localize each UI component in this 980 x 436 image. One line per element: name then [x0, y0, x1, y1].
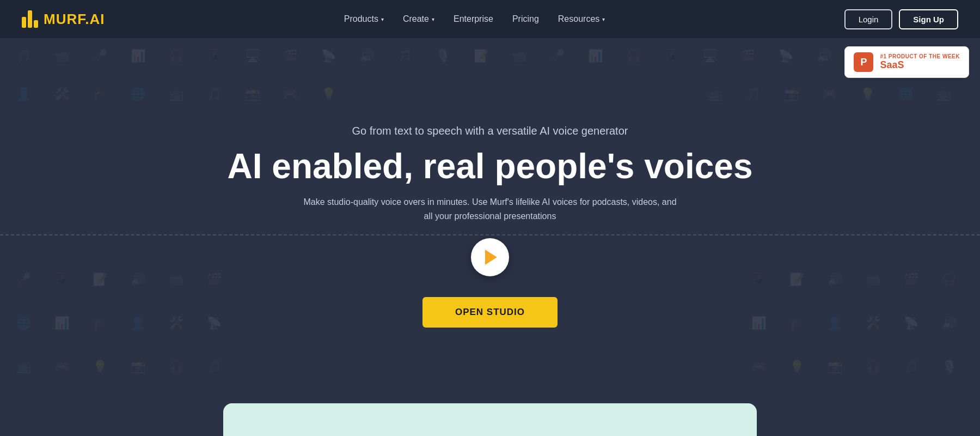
bg-icon: 📱	[751, 272, 766, 287]
bottom-section-peek	[223, 403, 757, 436]
bg-icon: 🎵	[16, 49, 31, 63]
bg-icon: 🎙️	[436, 49, 450, 63]
bg-icon: 📝	[474, 49, 488, 63]
nav-actions: Login Sign Up	[844, 9, 958, 29]
logo-icon	[22, 10, 38, 28]
login-button[interactable]: Login	[844, 9, 893, 29]
product-hunt-badge[interactable]: P #1 PRODUCT OF THE WEEK SaaS	[844, 46, 969, 78]
bg-icon: 📹	[512, 49, 526, 63]
bg-icon: 📡	[207, 316, 222, 330]
nav-item-products[interactable]: Products ▾	[344, 14, 384, 24]
bg-icon: 🎵	[207, 87, 222, 101]
bg-icon: 🔊	[359, 49, 374, 63]
logo-name: MURF	[44, 11, 85, 27]
bg-icon: 🔊	[828, 272, 842, 287]
bg-icon: 🎧	[942, 272, 957, 287]
product-hunt-logo: P	[854, 52, 873, 72]
bg-icon: 📊	[131, 49, 145, 63]
nav-links: Products ▾ Create ▾ Enterprise Pricing R…	[344, 14, 605, 24]
bg-icon: 🌐	[898, 87, 913, 101]
hero-section: 🎵 📹 🎤 📊 🎧 📱 🖥️ 🎬 📡 🔊 🎵 🎙️ 📝 📹 🎤 📊 🎧 📱 🖥️…	[0, 0, 980, 436]
bg-icon: 🖥️	[702, 49, 717, 63]
bg-icon: 📊	[588, 49, 603, 63]
bg-icon: 📱	[207, 49, 222, 63]
bg-icon: 🎵	[207, 360, 222, 374]
bg-icon: 📸	[131, 360, 145, 374]
bg-icon: 🎬	[740, 49, 755, 63]
bg-icon: 🖥️	[245, 49, 260, 63]
bg-icon: 📺	[169, 87, 183, 101]
play-icon	[485, 250, 497, 265]
bg-icon: 🎧	[626, 49, 641, 63]
play-button[interactable]	[471, 238, 509, 276]
bg-icon: 📸	[245, 87, 260, 101]
bg-icon: 🎮	[283, 87, 298, 101]
bg-icon: 💡	[789, 360, 804, 374]
logo-suffix: .AI	[85, 11, 105, 27]
logo-bar-3	[34, 20, 38, 28]
open-studio-button[interactable]: OPEN STUDIO	[422, 297, 558, 328]
bg-icon: 👤	[131, 316, 145, 330]
bg-icon: 📸	[828, 360, 842, 374]
bg-icon: 🎤	[16, 272, 31, 287]
bg-icon: 📺	[708, 87, 722, 101]
bg-icon: 🎓	[93, 87, 107, 101]
bg-icon: 🔊	[817, 49, 831, 63]
bg-icon: 🔊	[131, 272, 145, 287]
bg-icon: 🛠️	[54, 87, 69, 101]
bg-icon: 🎵	[904, 360, 918, 374]
bg-icon: 💡	[321, 87, 336, 101]
signup-button[interactable]: Sign Up	[899, 9, 958, 29]
bg-icon: 🎬	[207, 272, 222, 287]
logo[interactable]: MURF.AI	[22, 10, 105, 28]
bg-icon: 📹	[54, 49, 69, 63]
bg-icon: 🎤	[93, 49, 107, 63]
bg-icon: 👤	[16, 87, 31, 101]
bg-icon: 📱	[54, 272, 69, 287]
bg-icon: 📹	[169, 272, 183, 287]
bg-icon: 📡	[779, 49, 793, 63]
chevron-down-icon: ▾	[381, 16, 384, 22]
bg-icon: 📺	[16, 360, 31, 374]
bg-icon: 🎧	[866, 360, 880, 374]
logo-bar-1	[22, 17, 26, 28]
product-hunt-label: #1 PRODUCT OF THE WEEK	[880, 53, 960, 59]
nav-item-resources[interactable]: Resources ▾	[558, 14, 605, 24]
bg-icon: 🎬	[904, 272, 918, 287]
bg-icon: 🎓	[93, 316, 107, 330]
bg-icon: 🛠️	[169, 316, 183, 330]
bg-icon: 📊	[54, 316, 69, 330]
bg-icon: 🛠️	[866, 316, 880, 330]
bg-icon: 💡	[93, 360, 107, 374]
nav-item-enterprise[interactable]: Enterprise	[454, 14, 493, 24]
bg-icon: 🎮	[751, 360, 766, 374]
bg-icon: 📱	[664, 49, 679, 63]
nav-item-create[interactable]: Create ▾	[403, 14, 434, 24]
chevron-down-icon: ▾	[602, 16, 605, 22]
bg-icon: 🎧	[169, 49, 183, 63]
bg-icon: 🎧	[169, 360, 183, 374]
bg-icon: 🎬	[283, 49, 298, 63]
bg-icon: 🌐	[16, 316, 31, 330]
bg-icon: 📺	[936, 87, 951, 101]
bg-icon: 🎙️	[942, 360, 957, 374]
bg-icon: 📝	[789, 272, 804, 287]
play-button-wrap	[471, 238, 509, 276]
bg-icon: 💡	[860, 87, 875, 101]
hero-content: Go from text to speech with a versatile …	[228, 125, 753, 328]
bg-icon: 📸	[784, 87, 799, 101]
bg-icon: 📡	[904, 316, 918, 330]
navbar: MURF.AI Products ▾ Create ▾ Enterprise P…	[0, 0, 980, 38]
bg-icon: 📝	[93, 272, 107, 287]
product-hunt-category: SaaS	[880, 59, 960, 71]
hero-description: Make studio-quality voice overs in minut…	[299, 195, 681, 223]
bg-icon: 📊	[751, 316, 766, 330]
nav-item-pricing[interactable]: Pricing	[512, 14, 539, 24]
logo-bar-2	[28, 10, 32, 28]
bg-icon: 🎮	[822, 87, 837, 101]
bg-icon: 📡	[321, 49, 336, 63]
bg-icon: 🎓	[789, 316, 804, 330]
bg-icon: 📹	[866, 272, 880, 287]
hero-subtitle: Go from text to speech with a versatile …	[352, 125, 628, 137]
bg-icon: 🔊	[942, 316, 957, 330]
